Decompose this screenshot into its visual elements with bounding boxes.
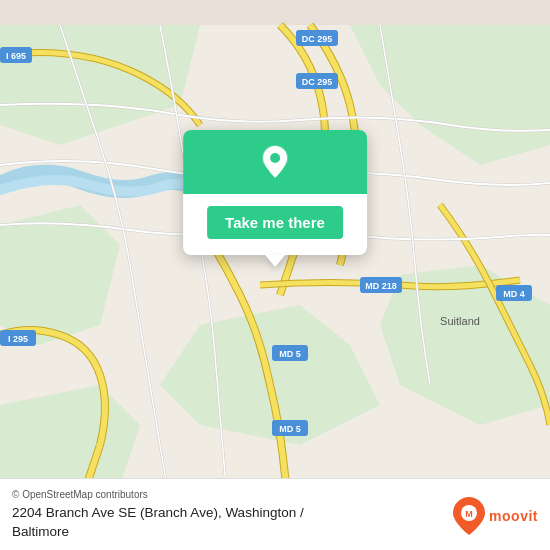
address-line2: Baltimore — [12, 524, 69, 539]
svg-text:I 695: I 695 — [6, 51, 26, 61]
map-background: DC 295 DC 295 I 695 MD 218 MD 4 MD 5 MD … — [0, 0, 550, 550]
svg-text:MD 218: MD 218 — [365, 281, 397, 291]
svg-text:MD 5: MD 5 — [279, 349, 301, 359]
take-me-there-button[interactable]: Take me there — [207, 206, 343, 239]
bottom-bar-left: © OpenStreetMap contributors 2204 Branch… — [12, 489, 453, 542]
moovit-label: moovit — [489, 508, 538, 524]
address-line1: 2204 Branch Ave SE (Branch Ave), Washing… — [12, 505, 304, 520]
map-container: DC 295 DC 295 I 695 MD 218 MD 4 MD 5 MD … — [0, 0, 550, 550]
popup-card: Take me there — [183, 130, 367, 255]
moovit-logo: M moovit — [453, 497, 538, 535]
popup-green-header — [183, 130, 367, 194]
svg-text:DC 295: DC 295 — [302, 34, 333, 44]
moovit-icon: M — [453, 497, 485, 535]
svg-text:DC 295: DC 295 — [302, 77, 333, 87]
svg-text:MD 4: MD 4 — [503, 289, 525, 299]
svg-text:I 295: I 295 — [8, 334, 28, 344]
location-pin-icon — [255, 142, 295, 182]
osm-attribution: © OpenStreetMap contributors — [12, 489, 453, 500]
address-text: 2204 Branch Ave SE (Branch Ave), Washing… — [12, 504, 453, 542]
svg-text:MD 5: MD 5 — [279, 424, 301, 434]
svg-text:Suitland: Suitland — [440, 315, 480, 327]
bottom-bar: © OpenStreetMap contributors 2204 Branch… — [0, 478, 550, 550]
svg-point-27 — [270, 153, 280, 163]
svg-text:M: M — [465, 509, 473, 519]
osm-copyright: © OpenStreetMap contributors — [12, 489, 148, 500]
